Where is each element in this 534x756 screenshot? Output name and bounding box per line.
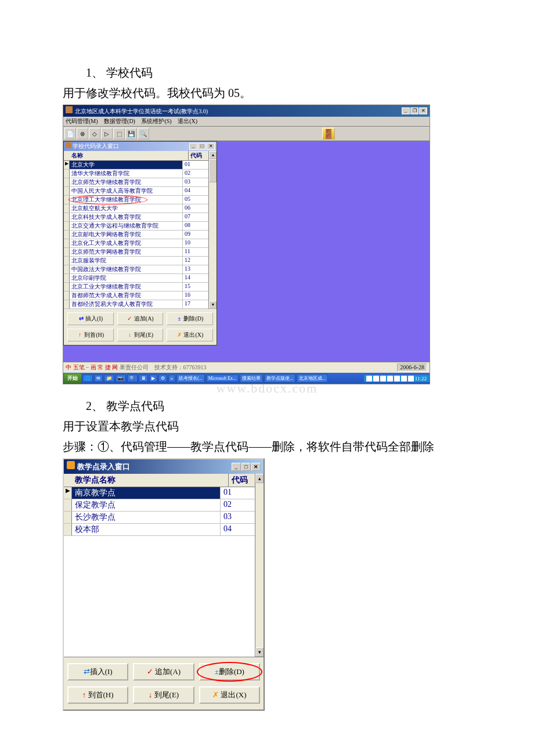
cell-name[interactable]: 清华大学继续教育学院: [70, 170, 183, 178]
table-row[interactable]: 北京航空航天大学06: [64, 204, 208, 213]
delete-button[interactable]: ±删除(D): [199, 663, 260, 681]
cell-name[interactable]: 北京师范大学网络教育学院: [70, 248, 183, 256]
table-row[interactable]: ▶南京教学点01: [64, 487, 255, 499]
minimize-button[interactable]: _: [232, 463, 241, 471]
quicklaunch-more[interactable]: »: [168, 375, 175, 382]
table-row[interactable]: 北京邮电大学网络教育学院09: [64, 231, 208, 239]
first-button[interactable]: ↑ 到首(H): [67, 686, 128, 704]
maximize-button[interactable]: □: [241, 463, 251, 471]
cell-name[interactable]: 北京交通大学远程与继续教育学院: [70, 222, 183, 230]
cell-name[interactable]: 保定教学点: [72, 499, 221, 511]
table-row[interactable]: 北京科技大学成人教育学院07: [64, 213, 208, 222]
table-row[interactable]: 北京交通大学远程与继续教育学院08: [64, 222, 208, 231]
table-row[interactable]: 首都师范大学成人教育学院16: [64, 291, 208, 300]
col-header-code[interactable]: 代码: [189, 151, 206, 160]
cell-code[interactable]: 05: [183, 196, 200, 204]
cell-code[interactable]: 02: [221, 499, 247, 511]
cell-code[interactable]: 07: [183, 213, 200, 221]
cell-name[interactable]: 南京教学点: [72, 487, 221, 499]
cell-name[interactable]: 长沙教学点: [72, 512, 221, 523]
cell-code[interactable]: 01: [221, 487, 247, 499]
cell-code[interactable]: 06: [183, 204, 200, 213]
cell-name[interactable]: 北京大学: [70, 161, 183, 169]
table-row[interactable]: 北京师范大学继续教育学院03: [64, 178, 208, 187]
cell-code[interactable]: 04: [183, 187, 200, 195]
cell-name[interactable]: 首都师范大学成人教育学院: [70, 291, 183, 300]
scroll-up-button[interactable]: ▴: [255, 474, 264, 483]
menu-data-mgmt[interactable]: 数据管理(D): [104, 118, 135, 124]
titlebar[interactable]: 教学点录入窗口 _ □ ✕: [64, 459, 264, 474]
vertical-scrollbar[interactable]: ▴ ▾: [255, 474, 264, 657]
table-row[interactable]: 北京印刷学院14: [64, 274, 208, 283]
taskbar-item[interactable]: 北京地区成...: [297, 374, 328, 383]
cell-name[interactable]: 北京航空航天大学: [70, 204, 183, 213]
system-tray[interactable]: 11:22: [364, 375, 429, 382]
cell-code[interactable]: 03: [221, 512, 247, 523]
table-row[interactable]: 校本部04: [64, 524, 255, 536]
tray-icon[interactable]: [387, 376, 393, 381]
cell-name[interactable]: 中国人民大学成人高等教育学院: [70, 187, 183, 195]
taskbar-item[interactable]: 搜索结果: [240, 374, 263, 383]
close-button[interactable]: ✕: [251, 463, 261, 471]
quicklaunch-icon[interactable]: 🔍: [127, 375, 138, 382]
cell-code[interactable]: 03: [183, 178, 200, 186]
cell-code[interactable]: 17: [183, 300, 200, 308]
scroll-thumb[interactable]: [209, 159, 217, 182]
close-button[interactable]: ✕: [419, 107, 427, 114]
toolbar-btn-1[interactable]: 📄: [64, 128, 76, 139]
quicklaunch-icon[interactable]: ▶: [149, 375, 157, 382]
toolbar-btn-2[interactable]: ⊛: [77, 128, 88, 139]
cell-code[interactable]: 04: [221, 524, 247, 535]
teaching-point-grid[interactable]: 教学点名称 代码 ▶南京教学点01保定教学点02长沙教学点03校本部04: [64, 474, 255, 657]
table-row[interactable]: 北京服装学院12: [64, 257, 208, 265]
taskbar-item[interactable]: Microsoft Ex...: [206, 375, 239, 382]
school-code-grid[interactable]: 名称 代码 ▶北京大学01清华大学继续教育学院02北京师范大学继续教育学院03中…: [64, 151, 208, 309]
quicklaunch-icon[interactable]: 📷: [116, 375, 126, 382]
quicklaunch-icon[interactable]: ✉: [94, 375, 103, 382]
cell-name[interactable]: 校本部: [72, 524, 221, 535]
cell-name[interactable]: 北京邮电大学网络教育学院: [70, 231, 183, 239]
maximize-button[interactable]: ❐: [410, 107, 418, 114]
table-row[interactable]: 中国人民大学成人高等教育学院04: [64, 187, 208, 196]
cell-code[interactable]: 09: [183, 231, 200, 239]
last-button[interactable]: ↓ 到尾(E): [117, 329, 164, 341]
delete-button[interactable]: ± 删除(D): [167, 312, 213, 325]
table-row[interactable]: 北京化工大学成人教育学院10: [64, 239, 208, 248]
cell-code[interactable]: 10: [183, 239, 200, 247]
cell-name[interactable]: 中国政法大学继续教育学院: [70, 265, 183, 273]
toolbar-btn-5[interactable]: ⬚: [113, 128, 125, 139]
toolbar-btn-3[interactable]: ◇: [89, 128, 100, 139]
scroll-down-button[interactable]: ▾: [209, 301, 217, 309]
cell-code[interactable]: 02: [183, 170, 200, 178]
toolbar-btn-7[interactable]: 🔍: [138, 128, 149, 139]
cell-code[interactable]: 12: [183, 257, 200, 265]
append-button[interactable]: ✓ 追加(A): [133, 663, 194, 681]
table-row[interactable]: 长沙教学点03: [64, 512, 255, 524]
first-button[interactable]: ↑ 到首(H): [67, 329, 114, 341]
quicklaunch-icon[interactable]: 📁: [104, 375, 114, 382]
cell-name[interactable]: 首都经济贸易大学成人教育学院: [70, 300, 183, 308]
scroll-up-button[interactable]: ▴: [209, 151, 217, 159]
cell-code[interactable]: 14: [183, 274, 200, 282]
append-button[interactable]: ✓ 追加(A): [117, 312, 164, 325]
toolbar-btn-4[interactable]: ▷: [101, 128, 113, 139]
vertical-scrollbar[interactable]: ▴ ▾: [208, 151, 217, 309]
exit-button[interactable]: ✗ 退出(X): [199, 686, 260, 704]
toolbar-exit-button[interactable]: 🚪: [322, 128, 335, 139]
cell-code[interactable]: 16: [183, 291, 200, 300]
toolbar-btn-6[interactable]: 💾: [125, 128, 137, 139]
cell-name[interactable]: 北京科技大学成人教育学院: [70, 213, 183, 221]
cell-name[interactable]: 北京化工大学成人教育学院: [70, 239, 183, 247]
sub-minimize-button[interactable]: _: [189, 143, 197, 150]
titlebar[interactable]: 北京地区成人本科学士学位英语统一考试(教学点3.0) _ ❐ ✕: [63, 105, 430, 117]
cell-code[interactable]: 11: [183, 248, 200, 256]
cell-name[interactable]: 北京工业大学继续教育学院: [70, 283, 183, 291]
cell-name[interactable]: 北京师范大学继续教育学院: [70, 178, 183, 186]
tray-icon[interactable]: [408, 376, 414, 381]
cell-name[interactable]: 北京服装学院: [70, 257, 183, 265]
cell-code[interactable]: 08: [183, 222, 200, 230]
start-button[interactable]: 开始: [64, 373, 81, 383]
table-row[interactable]: 首都经济贸易大学成人教育学院17: [64, 300, 208, 309]
cell-name[interactable]: 北京印刷学院: [70, 274, 183, 282]
menu-sys-maint[interactable]: 系统维护(S): [141, 118, 171, 124]
